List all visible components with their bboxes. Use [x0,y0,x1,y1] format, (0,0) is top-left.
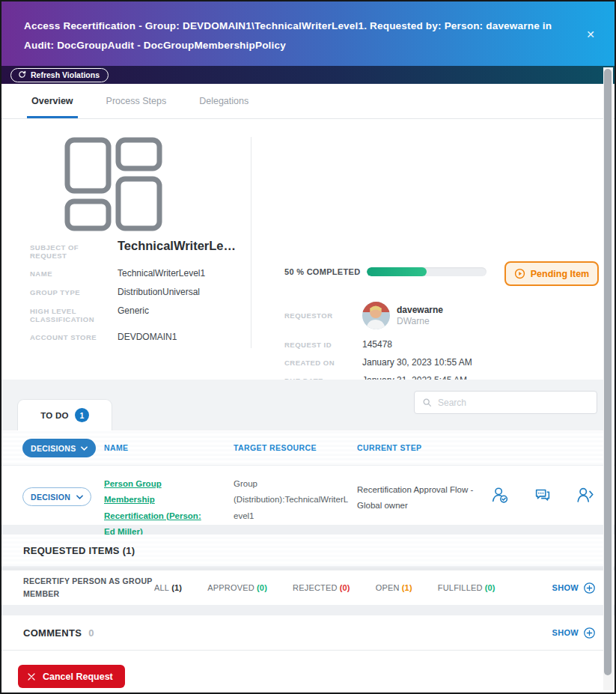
plus-circle-icon [583,582,596,594]
assign-approver-icon[interactable] [490,485,510,505]
requestor-username: DWarne [397,316,443,326]
count-approved: APPROVED(0) [207,583,267,592]
requested-items-header: REQUESTED ITEMS (1) [1,535,615,566]
comments-count: 0 [88,627,94,639]
field-group-type: GROUP TYPE DistributionUniversal [30,287,243,297]
progress-label: 50 % COMPLETED [284,267,367,276]
access-recertification-dialog: Access Recertification - Group: DEVDOMAI… [0,0,616,694]
field-subject-of-request: SUBJECT OF REQUEST TechnicalWriterLe… [30,242,243,260]
comments-section: COMMENTS 0 SHOW [1,615,615,651]
requestor-label: REQUESTOR [284,311,362,320]
count-fulfilled: FULFILLED(0) [438,583,495,592]
table-row: DECISION Person Group Membership Recerti… [1,466,615,526]
count-all: ALL(1) [154,583,182,592]
column-header-name: NAME [104,443,129,452]
delegate-person-icon[interactable] [576,485,595,505]
tab-delegations[interactable]: Delegations [199,84,248,118]
count-open: OPEN(1) [376,583,412,592]
progress-row: 50 % COMPLETED [284,267,487,276]
overview-panel: SUBJECT OF REQUEST TechnicalWriterLe… NA… [1,119,615,380]
show-requested-items-button[interactable]: SHOW [552,582,596,594]
play-circle-icon [514,268,525,279]
column-header-current-step: CURRENT STEP [357,443,421,452]
field-created-on: CREATED ON January 30, 2023 10:55 AM [284,357,599,368]
todo-count-badge: 1 [75,408,89,422]
requestor-row: REQUESTOR davewarne DWarne [284,302,443,329]
search-icon [422,398,432,407]
scrollbar-thumb[interactable] [604,69,612,675]
cancel-request-button[interactable]: Cancel Request [18,665,125,688]
vertical-scrollbar[interactable] [603,67,613,690]
tab-process-steps[interactable]: Process Steps [106,84,167,118]
refresh-icon [18,70,26,79]
current-step-cell: Recertification Approval Flow - Global o… [357,482,481,514]
close-icon [27,672,36,681]
requestor-name: davewarne [397,305,443,315]
decisions-dropdown-button[interactable]: DECISIONS [22,439,96,457]
violations-toolbar: Refresh Violations [1,66,615,84]
comments-title: COMMENTS [23,627,82,639]
tab-overview[interactable]: Overview [31,84,73,118]
page-title: Access Recertification - Group: DEVDOMAI… [24,16,558,56]
column-header-target-resource: TARGET RESOURCE [234,443,317,452]
dialog-footer: Cancel Request [1,651,615,693]
subject-field-list: SUBJECT OF REQUEST TechnicalWriterLe… NA… [30,242,243,350]
requested-items-title: REQUESTED ITEMS (1) [23,545,135,556]
requested-item-label: RECERTIFY PERSON AS GROUP MEMBER [23,575,154,600]
search-input[interactable] [438,398,589,408]
chevron-down-icon [81,446,88,451]
refresh-violations-button[interactable]: Refresh Violations [10,68,109,82]
show-comments-button[interactable]: SHOW [552,627,596,639]
group-tiles-icon [64,137,169,234]
column-divider [251,137,251,348]
pending-item-button[interactable]: Pending Item [504,261,599,286]
comments-icon[interactable] [533,485,552,505]
requestor-avatar [362,302,390,329]
dialog-header: Access Recertification - Group: DEVDOMAI… [1,1,615,66]
recertification-item-link[interactable]: Person Group Membership Recertification … [104,479,201,536]
chevron-down-icon [76,495,83,499]
decisions-table-header: DECISIONS NAME TARGET RESOURCE CURRENT S… [1,430,615,466]
tab-to-do[interactable]: TO DO 1 [17,399,112,430]
todo-section-header: TO DO 1 [1,380,615,430]
count-rejected: REJECTED(0) [293,583,350,592]
field-request-id: REQUEST ID 145478 [284,339,599,350]
target-resource-cell: Group (Distribution):TechnicalWriterLeve… [234,476,352,524]
close-icon[interactable]: ✕ [583,27,598,42]
field-account-store: ACCOUNT STORE DEVDOMAIN1 [30,332,243,342]
search-field [414,391,597,414]
requested-item-row: RECERTIFY PERSON AS GROUP MEMBER ALL(1) … [1,567,615,605]
plus-circle-icon [583,627,596,639]
status-counts: ALL(1) APPROVED(0) REJECTED(0) OPEN(1) F… [154,583,495,592]
progress-bar [367,267,487,276]
detail-tabs: Overview Process Steps Delegations [1,84,615,119]
decision-dropdown-button[interactable]: DECISION [22,487,91,506]
field-high-level-classification: HIGH LEVEL CLASSIFICATION Generic [30,305,243,323]
field-name: NAME TechnicalWriterLevel1 [30,268,243,278]
